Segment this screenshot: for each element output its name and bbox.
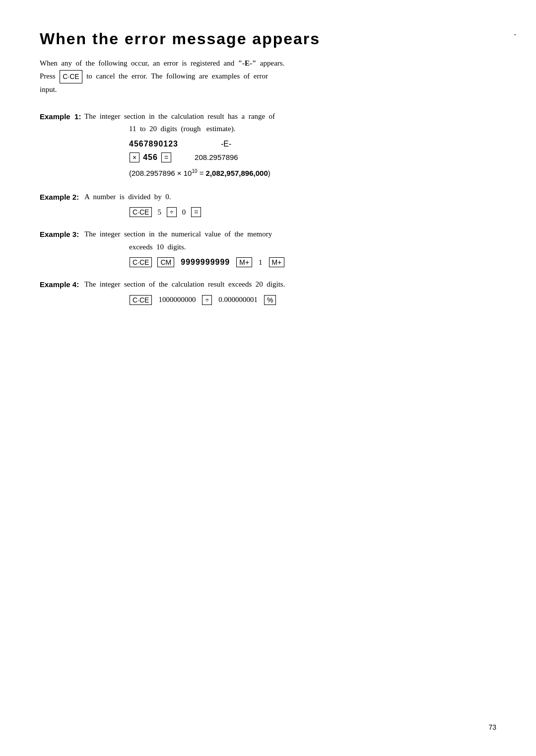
example-1-continuation: 11 to 20 digits (rough estimate). bbox=[40, 123, 496, 136]
page-accent: · bbox=[514, 30, 517, 40]
cce-key-3: C·CE bbox=[130, 257, 152, 267]
number-5: 5 bbox=[157, 208, 161, 217]
divide-key: ÷ bbox=[167, 207, 177, 217]
mplus-key-1: M+ bbox=[236, 257, 252, 267]
example-2: Example 2: A number is divided by 0. C·C… bbox=[40, 191, 496, 218]
example-2-text: A number is divided by 0. bbox=[84, 191, 496, 204]
example-4-text: The integer section of the calculation r… bbox=[84, 278, 496, 291]
cce-key-intro: C·CE bbox=[60, 70, 82, 84]
example-1-formula: (208.2957896 × 1010 = 2,082,957,896,000) bbox=[40, 166, 496, 180]
number-0: 0 bbox=[182, 208, 186, 217]
example-1-calc-row2: × 456 = 208.2957896 bbox=[40, 152, 496, 162]
example-1-calc-row1: 4567890123 -E- bbox=[40, 140, 496, 149]
percent-key: % bbox=[264, 295, 276, 305]
cm-key: CM bbox=[157, 257, 174, 267]
example-2-line: Example 2: A number is divided by 0. bbox=[40, 191, 496, 204]
example-4-label: Example 4: bbox=[40, 278, 84, 291]
mplus-key-2: M+ bbox=[269, 257, 285, 267]
example-4-line: Example 4: The integer section of the ca… bbox=[40, 278, 496, 291]
cce-key-4: C·CE bbox=[130, 295, 152, 305]
number-1: 1 bbox=[259, 258, 263, 267]
intro-paragraph: When any of the following occur, an erro… bbox=[40, 57, 496, 96]
example-1-error: -E- bbox=[221, 140, 231, 149]
page-number: 73 bbox=[488, 723, 496, 731]
example-2-calc-row: C·CE 5 ÷ 0 = bbox=[40, 207, 496, 217]
example-1-result: 208.2957896 bbox=[195, 153, 238, 161]
example-1-text: The integer section in the calculation r… bbox=[84, 110, 496, 123]
example-4: Example 4: The integer section of the ca… bbox=[40, 278, 496, 305]
example-1-display: 4567890123 bbox=[129, 140, 178, 149]
example-3-line: Example 3: The integer section in the nu… bbox=[40, 228, 496, 241]
divide-key-2: ÷ bbox=[202, 295, 212, 305]
example-4-calc-row: C·CE 1000000000 ÷ 0.000000001 % bbox=[40, 295, 496, 305]
example-2-label: Example 2: bbox=[40, 191, 84, 204]
bold-result: 2,082,957,896,000 bbox=[206, 169, 268, 177]
exponent-10: 10 bbox=[192, 168, 197, 174]
cce-key-2: C·CE bbox=[130, 207, 152, 217]
multiply-key: × bbox=[130, 152, 139, 162]
example-1-number: 456 bbox=[143, 153, 158, 162]
small-decimal: 0.000000001 bbox=[218, 296, 258, 304]
equals-key-1: = bbox=[161, 152, 171, 162]
error-code: "-E-" bbox=[238, 59, 257, 67]
equals-key-2: = bbox=[191, 207, 201, 217]
example-3-calc-row: C·CE CM 9999999999 M+ 1 M+ bbox=[40, 257, 496, 267]
example-3-text: The integer section in the numerical val… bbox=[84, 228, 496, 241]
page-title: When the error message appears bbox=[40, 30, 496, 48]
example-1: Example 1: The integer section in the ca… bbox=[40, 110, 496, 180]
billion: 1000000000 bbox=[158, 296, 196, 304]
example-3-continuation: exceeds 10 digits. bbox=[40, 241, 496, 254]
nines: 9999999999 bbox=[181, 258, 230, 267]
example-1-line: Example 1: The integer section in the ca… bbox=[40, 110, 496, 123]
example-3-label: Example 3: bbox=[40, 228, 84, 241]
example-3: Example 3: The integer section in the nu… bbox=[40, 228, 496, 267]
example-1-label: Example 1: bbox=[40, 110, 84, 123]
